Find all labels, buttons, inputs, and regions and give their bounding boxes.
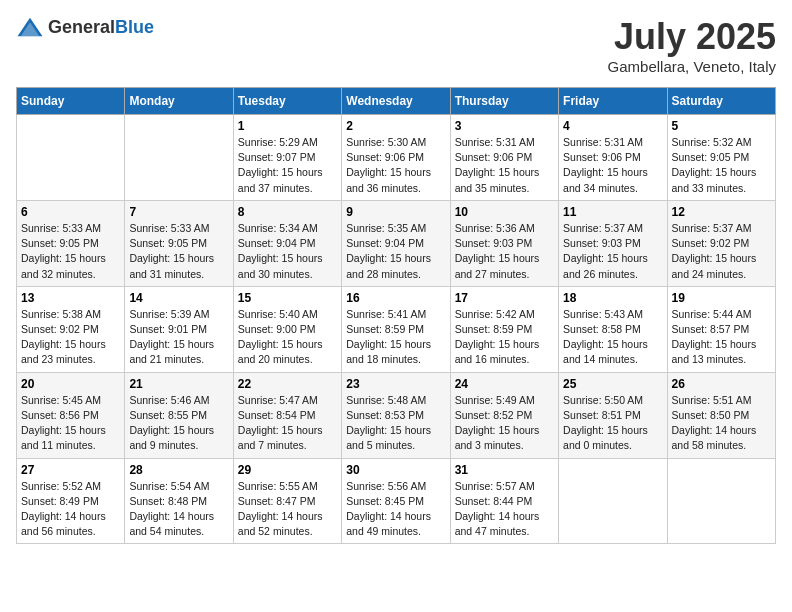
day-number: 7: [129, 205, 228, 219]
title-block: July 2025 Gambellara, Veneto, Italy: [608, 16, 776, 75]
calendar-cell: 4Sunrise: 5:31 AM Sunset: 9:06 PM Daylig…: [559, 115, 667, 201]
day-number: 24: [455, 377, 554, 391]
calendar-cell: 31Sunrise: 5:57 AM Sunset: 8:44 PM Dayli…: [450, 458, 558, 544]
calendar-cell: 27Sunrise: 5:52 AM Sunset: 8:49 PM Dayli…: [17, 458, 125, 544]
day-detail: Sunrise: 5:37 AM Sunset: 9:02 PM Dayligh…: [672, 221, 771, 282]
calendar-cell: 3Sunrise: 5:31 AM Sunset: 9:06 PM Daylig…: [450, 115, 558, 201]
calendar-cell: 14Sunrise: 5:39 AM Sunset: 9:01 PM Dayli…: [125, 286, 233, 372]
calendar-cell: 13Sunrise: 5:38 AM Sunset: 9:02 PM Dayli…: [17, 286, 125, 372]
day-detail: Sunrise: 5:48 AM Sunset: 8:53 PM Dayligh…: [346, 393, 445, 454]
calendar-cell: 11Sunrise: 5:37 AM Sunset: 9:03 PM Dayli…: [559, 200, 667, 286]
day-detail: Sunrise: 5:42 AM Sunset: 8:59 PM Dayligh…: [455, 307, 554, 368]
calendar-cell: 6Sunrise: 5:33 AM Sunset: 9:05 PM Daylig…: [17, 200, 125, 286]
column-header-thursday: Thursday: [450, 88, 558, 115]
day-number: 2: [346, 119, 445, 133]
day-detail: Sunrise: 5:34 AM Sunset: 9:04 PM Dayligh…: [238, 221, 337, 282]
week-row-5: 27Sunrise: 5:52 AM Sunset: 8:49 PM Dayli…: [17, 458, 776, 544]
calendar-table: SundayMondayTuesdayWednesdayThursdayFrid…: [16, 87, 776, 544]
day-detail: Sunrise: 5:47 AM Sunset: 8:54 PM Dayligh…: [238, 393, 337, 454]
day-number: 29: [238, 463, 337, 477]
calendar-cell: [125, 115, 233, 201]
day-number: 4: [563, 119, 662, 133]
day-number: 5: [672, 119, 771, 133]
day-number: 15: [238, 291, 337, 305]
column-header-wednesday: Wednesday: [342, 88, 450, 115]
calendar-cell: [559, 458, 667, 544]
day-number: 11: [563, 205, 662, 219]
day-detail: Sunrise: 5:44 AM Sunset: 8:57 PM Dayligh…: [672, 307, 771, 368]
day-detail: Sunrise: 5:32 AM Sunset: 9:05 PM Dayligh…: [672, 135, 771, 196]
day-detail: Sunrise: 5:38 AM Sunset: 9:02 PM Dayligh…: [21, 307, 120, 368]
calendar-cell: 17Sunrise: 5:42 AM Sunset: 8:59 PM Dayli…: [450, 286, 558, 372]
day-number: 23: [346, 377, 445, 391]
column-header-friday: Friday: [559, 88, 667, 115]
day-number: 3: [455, 119, 554, 133]
calendar-cell: 24Sunrise: 5:49 AM Sunset: 8:52 PM Dayli…: [450, 372, 558, 458]
day-detail: Sunrise: 5:41 AM Sunset: 8:59 PM Dayligh…: [346, 307, 445, 368]
day-number: 6: [21, 205, 120, 219]
day-detail: Sunrise: 5:39 AM Sunset: 9:01 PM Dayligh…: [129, 307, 228, 368]
day-number: 13: [21, 291, 120, 305]
week-row-2: 6Sunrise: 5:33 AM Sunset: 9:05 PM Daylig…: [17, 200, 776, 286]
day-detail: Sunrise: 5:55 AM Sunset: 8:47 PM Dayligh…: [238, 479, 337, 540]
logo-general-text: General: [48, 17, 115, 37]
logo-icon: [16, 16, 44, 38]
day-detail: Sunrise: 5:33 AM Sunset: 9:05 PM Dayligh…: [129, 221, 228, 282]
logo-blue-text: Blue: [115, 17, 154, 37]
day-number: 12: [672, 205, 771, 219]
day-detail: Sunrise: 5:43 AM Sunset: 8:58 PM Dayligh…: [563, 307, 662, 368]
day-detail: Sunrise: 5:51 AM Sunset: 8:50 PM Dayligh…: [672, 393, 771, 454]
day-detail: Sunrise: 5:37 AM Sunset: 9:03 PM Dayligh…: [563, 221, 662, 282]
day-number: 16: [346, 291, 445, 305]
calendar-cell: 25Sunrise: 5:50 AM Sunset: 8:51 PM Dayli…: [559, 372, 667, 458]
calendar-cell: 23Sunrise: 5:48 AM Sunset: 8:53 PM Dayli…: [342, 372, 450, 458]
day-detail: Sunrise: 5:29 AM Sunset: 9:07 PM Dayligh…: [238, 135, 337, 196]
calendar-cell: 10Sunrise: 5:36 AM Sunset: 9:03 PM Dayli…: [450, 200, 558, 286]
day-detail: Sunrise: 5:40 AM Sunset: 9:00 PM Dayligh…: [238, 307, 337, 368]
day-detail: Sunrise: 5:49 AM Sunset: 8:52 PM Dayligh…: [455, 393, 554, 454]
calendar-cell: 15Sunrise: 5:40 AM Sunset: 9:00 PM Dayli…: [233, 286, 341, 372]
day-number: 27: [21, 463, 120, 477]
day-number: 25: [563, 377, 662, 391]
day-detail: Sunrise: 5:54 AM Sunset: 8:48 PM Dayligh…: [129, 479, 228, 540]
location-title: Gambellara, Veneto, Italy: [608, 58, 776, 75]
calendar-cell: 28Sunrise: 5:54 AM Sunset: 8:48 PM Dayli…: [125, 458, 233, 544]
logo: GeneralBlue: [16, 16, 154, 38]
calendar-cell: 1Sunrise: 5:29 AM Sunset: 9:07 PM Daylig…: [233, 115, 341, 201]
day-detail: Sunrise: 5:56 AM Sunset: 8:45 PM Dayligh…: [346, 479, 445, 540]
week-row-4: 20Sunrise: 5:45 AM Sunset: 8:56 PM Dayli…: [17, 372, 776, 458]
day-number: 19: [672, 291, 771, 305]
column-header-monday: Monday: [125, 88, 233, 115]
day-detail: Sunrise: 5:46 AM Sunset: 8:55 PM Dayligh…: [129, 393, 228, 454]
calendar-cell: 16Sunrise: 5:41 AM Sunset: 8:59 PM Dayli…: [342, 286, 450, 372]
calendar-cell: 7Sunrise: 5:33 AM Sunset: 9:05 PM Daylig…: [125, 200, 233, 286]
calendar-header-row: SundayMondayTuesdayWednesdayThursdayFrid…: [17, 88, 776, 115]
day-detail: Sunrise: 5:57 AM Sunset: 8:44 PM Dayligh…: [455, 479, 554, 540]
calendar-cell: 12Sunrise: 5:37 AM Sunset: 9:02 PM Dayli…: [667, 200, 775, 286]
week-row-3: 13Sunrise: 5:38 AM Sunset: 9:02 PM Dayli…: [17, 286, 776, 372]
calendar-cell: 22Sunrise: 5:47 AM Sunset: 8:54 PM Dayli…: [233, 372, 341, 458]
calendar-cell: 9Sunrise: 5:35 AM Sunset: 9:04 PM Daylig…: [342, 200, 450, 286]
day-number: 22: [238, 377, 337, 391]
day-number: 8: [238, 205, 337, 219]
day-number: 20: [21, 377, 120, 391]
day-detail: Sunrise: 5:52 AM Sunset: 8:49 PM Dayligh…: [21, 479, 120, 540]
day-number: 17: [455, 291, 554, 305]
calendar-cell: 26Sunrise: 5:51 AM Sunset: 8:50 PM Dayli…: [667, 372, 775, 458]
day-detail: Sunrise: 5:35 AM Sunset: 9:04 PM Dayligh…: [346, 221, 445, 282]
calendar-cell: 18Sunrise: 5:43 AM Sunset: 8:58 PM Dayli…: [559, 286, 667, 372]
day-number: 21: [129, 377, 228, 391]
day-number: 1: [238, 119, 337, 133]
day-number: 28: [129, 463, 228, 477]
day-number: 31: [455, 463, 554, 477]
day-number: 14: [129, 291, 228, 305]
column-header-sunday: Sunday: [17, 88, 125, 115]
month-title: July 2025: [608, 16, 776, 58]
day-detail: Sunrise: 5:33 AM Sunset: 9:05 PM Dayligh…: [21, 221, 120, 282]
day-number: 30: [346, 463, 445, 477]
calendar-cell: 30Sunrise: 5:56 AM Sunset: 8:45 PM Dayli…: [342, 458, 450, 544]
day-detail: Sunrise: 5:31 AM Sunset: 9:06 PM Dayligh…: [455, 135, 554, 196]
calendar-cell: 20Sunrise: 5:45 AM Sunset: 8:56 PM Dayli…: [17, 372, 125, 458]
day-number: 9: [346, 205, 445, 219]
day-detail: Sunrise: 5:30 AM Sunset: 9:06 PM Dayligh…: [346, 135, 445, 196]
